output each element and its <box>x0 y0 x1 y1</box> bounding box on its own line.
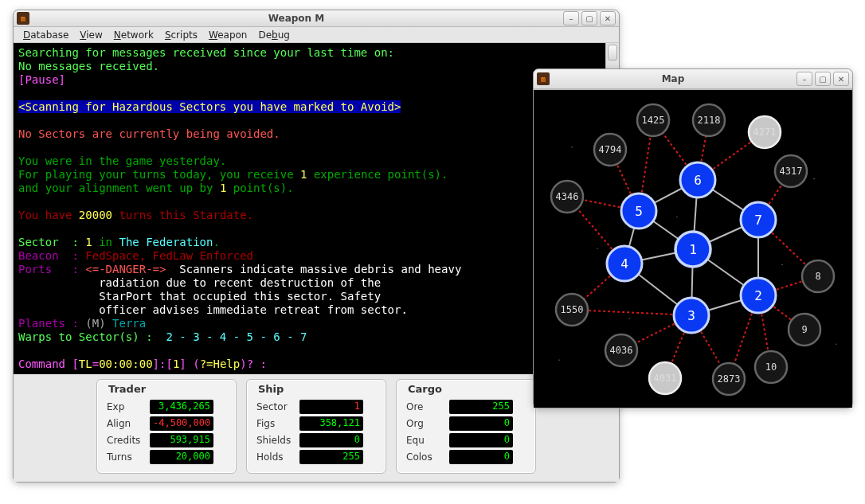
stat-row: Sector1 <box>256 400 376 414</box>
map-node-label: 2873 <box>718 373 741 385</box>
menu-weapon[interactable]: Weapon <box>204 28 252 42</box>
stat-row: Figs358,121 <box>256 416 376 431</box>
stat-value: 1 <box>299 400 363 414</box>
stat-label: Sector <box>256 401 293 412</box>
map-node-label: 5 <box>635 204 643 219</box>
stat-value: 593,915 <box>150 433 213 447</box>
stat-value: 358,121 <box>299 416 363 431</box>
stat-row: Equ0 <box>406 433 526 447</box>
main-window: m Weapon M – ▢ ✕ Database View Network S… <box>13 10 620 483</box>
map-title: Map <box>553 73 793 84</box>
stat-row: Holds255 <box>256 450 376 464</box>
map-node-label: 4 <box>620 256 628 272</box>
map-node-label: 2118 <box>698 115 721 126</box>
minimize-button[interactable]: – <box>563 11 579 25</box>
map-node-label: 2 <box>754 288 762 303</box>
stat-value: 0 <box>449 416 513 431</box>
menu-view[interactable]: View <box>75 28 107 42</box>
close-button[interactable]: ✕ <box>600 11 616 25</box>
map-node-label: 9 <box>801 324 807 335</box>
map-window: m Map – ▢ ✕ 1425211842714794431743468155… <box>533 68 853 408</box>
map-node-label: 10 <box>765 361 777 373</box>
panel-cargo: Cargo Ore255Org0Equ0Colos0 <box>396 379 536 474</box>
map-titlebar[interactable]: m Map – ▢ ✕ <box>534 69 852 89</box>
main-title: Weapon M <box>33 13 560 24</box>
stat-row: Credits593,915 <box>107 433 226 447</box>
stat-label: Holds <box>256 451 293 463</box>
terminal[interactable]: Searching for messages received since yo… <box>14 43 605 374</box>
panel-ship: Ship Sector1Figs358,121Shields0Holds255 <box>246 379 386 474</box>
stat-value: 255 <box>449 400 513 414</box>
map-node-label: 3 <box>687 308 695 323</box>
map-node-label: 4346 <box>556 191 579 202</box>
map-node-label: 8 <box>815 271 820 282</box>
menu-scripts[interactable]: Scripts <box>160 28 202 42</box>
map-node-label: 4317 <box>780 166 803 177</box>
close-button[interactable]: ✕ <box>833 72 849 86</box>
stat-value: 3,436,265 <box>150 400 213 414</box>
stat-row: Org0 <box>406 416 526 431</box>
maximize-button[interactable]: ▢ <box>815 72 831 86</box>
menu-database[interactable]: Database <box>18 28 73 42</box>
stat-value: 0 <box>449 433 513 447</box>
stat-label: Colos <box>406 451 443 463</box>
stat-value: 255 <box>299 450 363 464</box>
stat-label: Figs <box>256 418 293 429</box>
map-node-label: 1 <box>689 242 697 257</box>
maximize-button[interactable]: ▢ <box>581 11 597 25</box>
stat-row: Shields0 <box>256 433 376 447</box>
stat-row: Ore255 <box>406 400 526 414</box>
map-node-label: 6 <box>694 173 702 188</box>
map-node-label: 4794 <box>599 144 622 155</box>
stat-label: Org <box>406 418 443 429</box>
stat-label: Shields <box>256 435 293 446</box>
stat-row: Turns20,000 <box>107 450 226 464</box>
menubar: Database View Network Scripts Weapon Deb… <box>14 27 619 43</box>
map-node-label: 4036 <box>610 345 633 356</box>
menu-debug[interactable]: Debug <box>253 28 294 42</box>
stat-row: Colos0 <box>406 450 526 464</box>
menu-network[interactable]: Network <box>109 28 159 42</box>
stat-row: Exp3,436,265 <box>107 400 226 414</box>
panel-ship-title: Ship <box>258 383 376 395</box>
stat-label: Equ <box>406 435 443 446</box>
map-node-label: 1550 <box>561 304 584 315</box>
stat-label: Turns <box>107 451 143 463</box>
panel-trader: Trader Exp3,436,265Align-4,500,000Credit… <box>96 379 237 474</box>
panel-cargo-title: Cargo <box>408 383 526 395</box>
map-node-label: 4271 <box>753 127 777 138</box>
main-titlebar[interactable]: m Weapon M – ▢ ✕ <box>14 10 619 27</box>
app-icon: m <box>17 12 29 25</box>
minimize-button[interactable]: – <box>797 72 812 86</box>
stat-label: Exp <box>107 401 143 412</box>
map-node-label: 4031 <box>654 373 677 384</box>
app-icon: m <box>537 72 550 85</box>
panel-trader-title: Trader <box>108 383 226 395</box>
stat-row: Align-4,500,000 <box>107 416 226 431</box>
map-node-label: 7 <box>754 213 762 228</box>
stat-value: 20,000 <box>150 450 213 464</box>
stat-value: -4,500,000 <box>150 416 213 431</box>
stat-value: 0 <box>449 450 513 464</box>
map-canvas[interactable]: 1425211842714794431743468155094036403128… <box>534 89 852 408</box>
stat-label: Ore <box>406 401 443 412</box>
map-node-label: 1425 <box>642 115 665 126</box>
status-bar: Trader Exp3,436,265Align-4,500,000Credit… <box>14 374 619 482</box>
stat-value: 0 <box>299 433 363 447</box>
stat-label: Align <box>107 418 143 429</box>
stat-label: Credits <box>107 435 143 446</box>
